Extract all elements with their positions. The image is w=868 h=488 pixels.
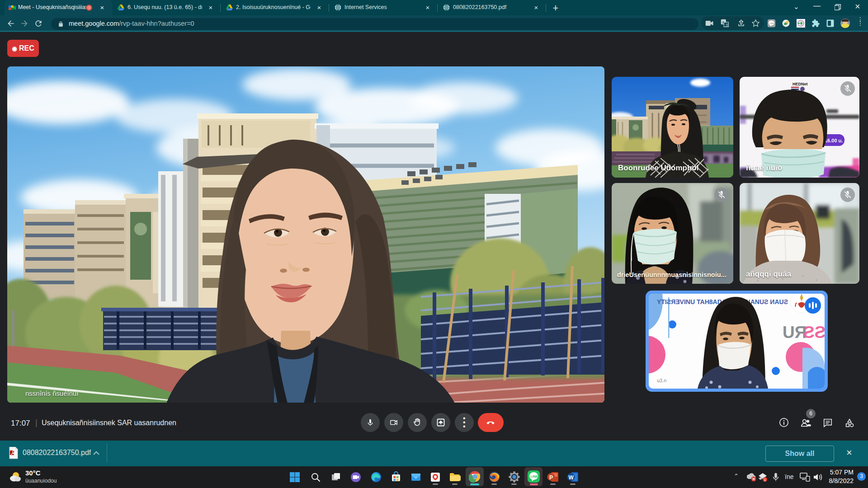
svg-text:HEDNet: HEDNet [793,82,808,86]
svg-text:W: W [569,474,574,481]
svg-text:u3.n: u3.n [657,378,666,383]
svg-text:a: a [722,20,724,24]
svg-text:1: 1 [764,478,766,482]
svg-text:P: P [549,474,553,481]
svg-text:文: 文 [726,23,729,27]
svg-text:16.00 u.: 16.00 u. [825,138,843,143]
svg-text:LINE: LINE [531,475,538,478]
svg-text:ƧƧ: ƧƧ [803,323,825,342]
svg-text:LINE: LINE [769,22,774,24]
